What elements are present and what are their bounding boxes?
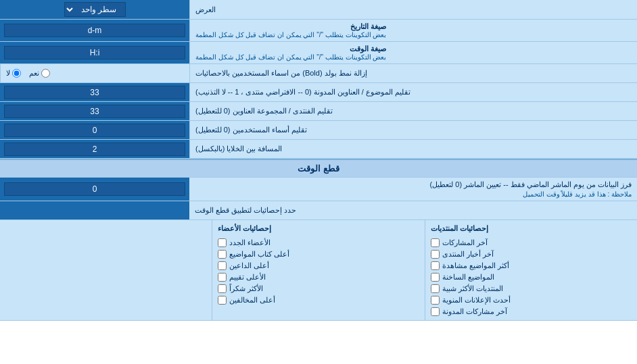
time-format-row: صيغة الوقت بعض التكوينات يتطلب "/" التي …: [0, 42, 637, 64]
date-format-input[interactable]: d-m: [4, 24, 185, 37]
col2-item-6-checkbox[interactable]: [218, 296, 227, 305]
col2-item-5-label: الأكثر شكراً: [229, 284, 263, 293]
cutoff-days-input[interactable]: 0: [4, 182, 185, 196]
date-format-row: صيغة التاريخ بعض التكوينات يتطلب "/" الت…: [0, 20, 637, 42]
stats-limit-label: حدد إحصائيات لتطبيق قطع الوقت: [189, 201, 637, 219]
bold-remove-yes-radio[interactable]: [41, 69, 50, 78]
col1-item-1-label: آخر المشاركات: [442, 238, 488, 247]
col1-item-7-label: آخر مشاركات المدونة: [442, 307, 507, 316]
bold-remove-label: إزالة نمط بولد (Bold) من اسماء المستخدمي…: [189, 64, 637, 82]
cutoff-days-label-line1: فرز البيانات من يوم الماشر الماضي فقط --…: [430, 180, 632, 189]
forum-group-row: تقليم الفنتدى / المجموعة العناوين (0 للت…: [0, 102, 637, 121]
time-format-input[interactable]: H:i: [4, 46, 185, 59]
col3-empty: [0, 220, 212, 320]
col2-item-3-label: أعلى الداعين: [229, 261, 269, 270]
col1-item-2-checkbox[interactable]: [431, 250, 440, 259]
user-names-label: تقليم أسماء المستخدمين (0 للتعطيل): [189, 121, 637, 139]
col2-member-stats: إحصائيات الأعضاء الأعضاء الجدد أعلى كتاب…: [212, 220, 424, 320]
col2-item-1-checkbox[interactable]: [218, 238, 227, 247]
cutoff-days-label: فرز البيانات من يوم الماشر الماضي فقط --…: [189, 178, 637, 201]
col1-item-5-label: المنتديات الأكثر شبية: [442, 284, 503, 293]
col1-item-1: آخر المشاركات: [431, 237, 632, 249]
date-format-label-line1: صيغة التاريخ: [195, 22, 386, 31]
topics-threads-label: تقليم الموضوع / العناوين المدونة (0 -- ا…: [189, 83, 637, 101]
display-label: العرض: [189, 0, 637, 19]
col2-item-1-label: الأعضاء الجدد: [229, 238, 270, 247]
time-format-input-cell: H:i: [0, 42, 189, 63]
time-format-label-line1: صيغة الوقت: [195, 45, 386, 53]
user-names-input[interactable]: 0: [4, 124, 185, 137]
cutoff-days-label-line2: ملاحظة : هذا قد يزيد قليلاً وقت التحميل: [523, 190, 632, 198]
col2-item-4: الأعلى تقييم: [218, 271, 419, 283]
col2-item-5: الأكثر شكراً: [218, 283, 419, 294]
bold-remove-no-label[interactable]: لا: [6, 69, 21, 78]
cell-spacing-input-cell: 2: [0, 140, 189, 158]
forum-group-label: تقليم الفنتدى / المجموعة العناوين (0 للت…: [189, 102, 637, 120]
col2-item-3-checkbox[interactable]: [218, 261, 227, 270]
time-format-label: صيغة الوقت بعض التكوينات يتطلب "/" التي …: [189, 42, 637, 63]
col1-item-5: المنتديات الأكثر شبية: [431, 283, 632, 294]
forum-group-input[interactable]: 33: [4, 105, 185, 118]
bold-remove-no-text: لا: [6, 69, 10, 78]
col2-item-4-label: الأعلى تقييم: [229, 273, 266, 282]
cell-spacing-input[interactable]: 2: [4, 142, 185, 156]
cell-spacing-label: المسافة بين الخلايا (بالبكسل): [189, 140, 637, 158]
col1-item-1-checkbox[interactable]: [431, 238, 440, 247]
col2-item-5-checkbox[interactable]: [218, 284, 227, 293]
col2-item-2: أعلى كتاب المواضيع: [218, 249, 419, 260]
checkboxes-container: إحصائيات المنتديات آخر المشاركات آخر أخب…: [0, 220, 637, 321]
stats-limit-right: [0, 201, 189, 219]
cutoff-days-row: فرز البيانات من يوم الماشر الماضي فقط --…: [0, 178, 637, 201]
col1-item-2-label: آخر أخبار المنتدى: [442, 250, 494, 259]
date-format-label-line2: بعض التكوينات يتطلب "/" التي يمكن ان تضا…: [195, 31, 386, 38]
date-format-label: صيغة التاريخ بعض التكوينات يتطلب "/" الت…: [189, 20, 637, 41]
col1-forum-stats: إحصائيات المنتديات آخر المشاركات آخر أخب…: [425, 220, 637, 320]
col2-item-6-label: أعلى المخالفين: [229, 296, 275, 305]
forum-group-input-cell: 33: [0, 102, 189, 120]
col2-item-1: الأعضاء الجدد: [218, 237, 419, 249]
bold-remove-yes-text: نعم: [29, 69, 39, 78]
cutoff-section-header: قطع الوقت: [0, 159, 637, 178]
col1-item-6: أحدث الإعلانات المنوية: [431, 294, 632, 306]
col1-item-3: أكثر المواضيع مشاهدة: [431, 260, 632, 271]
col1-item-7: آخر مشاركات المدونة: [431, 306, 632, 317]
display-select[interactable]: سطر واحد سطرين ثلاثة أسطر: [64, 2, 126, 17]
display-row: العرض سطر واحد سطرين ثلاثة أسطر: [0, 0, 637, 20]
col2-item-2-checkbox[interactable]: [218, 250, 227, 259]
col1-header: إحصائيات المنتديات: [431, 223, 632, 234]
col1-item-6-checkbox[interactable]: [431, 296, 440, 305]
user-names-row: تقليم أسماء المستخدمين (0 للتعطيل) 0: [0, 121, 637, 140]
bold-remove-yes-label[interactable]: نعم: [29, 69, 50, 78]
time-format-label-line2: بعض التكوينات يتطلب "/" التي يمكن ان تضا…: [195, 53, 386, 61]
col1-item-3-checkbox[interactable]: [431, 261, 440, 270]
col2-item-3: أعلى الداعين: [218, 260, 419, 271]
topics-threads-input[interactable]: 33: [4, 86, 185, 99]
col2-header: إحصائيات الأعضاء: [218, 223, 419, 234]
col1-item-5-checkbox[interactable]: [431, 284, 440, 293]
col2-item-2-label: أعلى كتاب المواضيع: [229, 250, 289, 259]
col2-item-6: أعلى المخالفين: [218, 294, 419, 306]
col1-item-3-label: أكثر المواضيع مشاهدة: [442, 261, 509, 270]
cell-spacing-row: المسافة بين الخلايا (بالبكسل) 2: [0, 140, 637, 159]
cutoff-days-input-cell: 0: [0, 178, 189, 201]
col1-item-6-label: أحدث الإعلانات المنوية: [442, 296, 511, 305]
col1-item-7-checkbox[interactable]: [431, 307, 440, 316]
date-format-input-cell: d-m: [0, 20, 189, 41]
stats-limit-row: حدد إحصائيات لتطبيق قطع الوقت: [0, 201, 637, 220]
col1-item-4: المواضيع الساخنة: [431, 271, 632, 283]
col1-item-4-label: المواضيع الساخنة: [442, 273, 494, 282]
col1-item-2: آخر أخبار المنتدى: [431, 249, 632, 260]
bold-remove-no-radio[interactable]: [12, 69, 21, 78]
display-select-cell: سطر واحد سطرين ثلاثة أسطر: [0, 0, 189, 19]
col2-item-4-checkbox[interactable]: [218, 273, 227, 282]
topics-threads-row: تقليم الموضوع / العناوين المدونة (0 -- ا…: [0, 83, 637, 102]
col1-item-4-checkbox[interactable]: [431, 273, 440, 282]
user-names-input-cell: 0: [0, 121, 189, 139]
bold-remove-options: نعم لا: [0, 64, 189, 82]
bold-remove-row: إزالة نمط بولد (Bold) من اسماء المستخدمي…: [0, 64, 637, 83]
topics-threads-input-cell: 33: [0, 83, 189, 101]
